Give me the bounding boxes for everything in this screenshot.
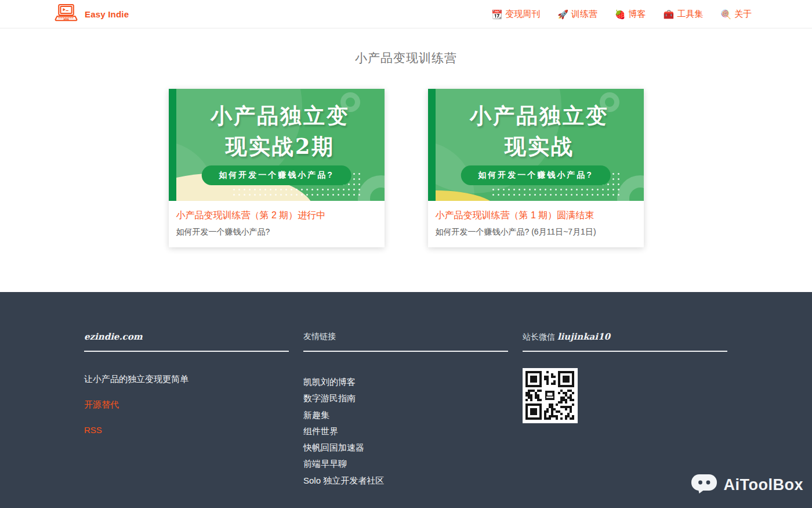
footer-link-rss[interactable]: RSS bbox=[84, 425, 289, 435]
footer-heading-site: ezindie.com bbox=[84, 332, 289, 342]
friend-link[interactable]: Solo 独立开发者社区 bbox=[303, 473, 508, 489]
banner-left-strip bbox=[169, 89, 176, 201]
footer-divider bbox=[84, 351, 289, 352]
friend-link[interactable]: 新趣集 bbox=[303, 407, 508, 423]
nav-item-weekly[interactable]: 📆 变现周刊 bbox=[491, 9, 540, 20]
strawberry-icon: 🍓 bbox=[615, 10, 626, 19]
card-subtitle: 如何开发一个赚钱小产品? (6月11日~7月1日) bbox=[436, 227, 636, 237]
banner-pill: 如何开发一个赚钱小产品? bbox=[201, 165, 351, 185]
course-banner: 小产品独立变 现实战 如何开发一个赚钱小产品? bbox=[428, 89, 644, 201]
site-logo[interactable]: Easy Indie bbox=[54, 3, 129, 26]
footer-divider bbox=[303, 351, 508, 352]
main-content: 小产品变现训练营 小产品独立变 现实战2期 如何开发一个赚钱小产品? 小产品变现… bbox=[0, 28, 812, 292]
page-title: 小产品变现训练营 bbox=[0, 28, 812, 66]
course-card-term2[interactable]: 小产品独立变 现实战2期 如何开发一个赚钱小产品? 小产品变现训练营（第 2 期… bbox=[169, 89, 385, 247]
friend-link[interactable]: 前端早早聊 bbox=[303, 456, 508, 472]
banner-left-strip bbox=[428, 89, 436, 201]
footer-link-opensource[interactable]: 开源替代 bbox=[84, 399, 289, 410]
footer-col-wechat: 站长微信 liujinkai10 bbox=[523, 332, 727, 489]
toolbox-icon: 🧰 bbox=[664, 10, 675, 19]
footer-heading-wechat: 站长微信 liujinkai10 bbox=[523, 332, 727, 342]
main-nav: 📆 变现周刊 🚀 训练营 🍓 博客 🧰 工具集 🍭 关于 bbox=[491, 9, 752, 20]
calendar-icon: 📆 bbox=[491, 10, 502, 19]
nav-item-bootcamp[interactable]: 🚀 训练营 bbox=[557, 9, 597, 20]
lollipop-icon: 🍭 bbox=[720, 10, 731, 19]
card-info: 小产品变现训练营（第 1 期）圆满结束 如何开发一个赚钱小产品? (6月11日~… bbox=[428, 201, 644, 247]
wechat-qr-code bbox=[523, 368, 578, 423]
qr-code-canvas bbox=[525, 371, 575, 420]
footer-col-friend-links: 友情链接 凯凯刘的博客 数字游民指南 新趣集 组件世界 快帆回国加速器 前端早早… bbox=[303, 332, 508, 489]
course-card-list: 小产品独立变 现实战2期 如何开发一个赚钱小产品? 小产品变现训练营（第 2 期… bbox=[0, 89, 812, 247]
nav-item-about[interactable]: 🍭 关于 bbox=[720, 9, 752, 20]
card-subtitle: 如何开发一个赚钱小产品? bbox=[176, 227, 377, 237]
site-tagline: 让小产品的独立变现更简单 bbox=[84, 374, 289, 385]
card-title[interactable]: 小产品变现训练营（第 1 期）圆满结束 bbox=[436, 210, 636, 222]
card-info: 小产品变现训练营（第 2 期）进行中 如何开发一个赚钱小产品? bbox=[169, 201, 385, 247]
header: Easy Indie 📆 变现周刊 🚀 训练营 🍓 博客 🧰 工具集 🍭 关于 bbox=[0, 0, 812, 28]
robot-chat-icon bbox=[691, 474, 718, 496]
laptop-logo-icon bbox=[54, 3, 78, 26]
nav-item-blog[interactable]: 🍓 博客 bbox=[615, 9, 646, 20]
friend-link[interactable]: 数字游民指南 bbox=[303, 390, 508, 406]
footer-col-site: ezindie.com 让小产品的独立变现更简单 开源替代 RSS bbox=[84, 332, 289, 489]
friend-link[interactable]: 凯凯刘的博客 bbox=[303, 374, 508, 390]
friend-link[interactable]: 组件世界 bbox=[303, 423, 508, 439]
course-card-term1[interactable]: 小产品独立变 现实战 如何开发一个赚钱小产品? 小产品变现训练营（第 1 期）圆… bbox=[428, 89, 644, 247]
rocket-icon: 🚀 bbox=[557, 10, 568, 19]
course-banner: 小产品独立变 现实战2期 如何开发一个赚钱小产品? bbox=[169, 89, 385, 201]
banner-title: 小产品独立变 现实战 bbox=[436, 100, 644, 161]
footer-divider bbox=[523, 351, 727, 352]
banner-title: 小产品独立变 现实战2期 bbox=[176, 100, 385, 161]
aitoolbox-watermark: AiToolBox bbox=[691, 474, 803, 496]
site-title: Easy Indie bbox=[85, 9, 129, 19]
nav-item-toolkit[interactable]: 🧰 工具集 bbox=[664, 9, 704, 20]
banner-pill: 如何开发一个赚钱小产品? bbox=[461, 165, 611, 185]
watermark-label: AiToolBox bbox=[724, 476, 803, 494]
footer-heading-friend-links: 友情链接 bbox=[303, 332, 508, 342]
friend-link[interactable]: 快帆回国加速器 bbox=[303, 439, 508, 456]
card-title[interactable]: 小产品变现训练营（第 2 期）进行中 bbox=[176, 210, 377, 222]
